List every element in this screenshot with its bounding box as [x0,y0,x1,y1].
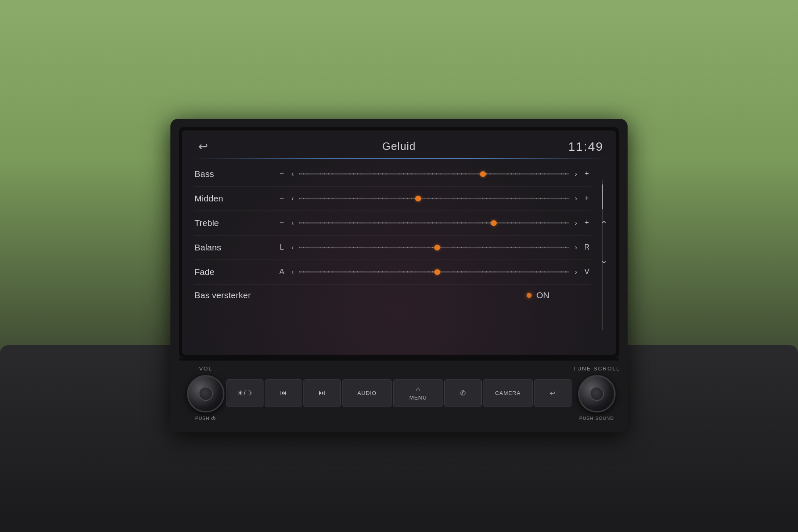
midden-chevron-right[interactable]: › [573,195,579,202]
fade-left-label: A [278,267,286,276]
fade-label: Fade [195,267,278,277]
blue-divider [190,158,608,159]
fade-row: Fade A ‹ › V [195,260,591,284]
treble-row: Treble − ‹ › + [195,211,591,235]
bas-versterker-row[interactable]: Bas versterker ON [195,284,591,306]
camera-label: CAMERA [495,390,521,396]
midden-row: Midden − ‹ › + [195,186,591,211]
bass-chevron-right[interactable]: › [573,170,579,178]
rewind-icon: ⏮ [280,389,287,397]
bass-chevron-left[interactable]: ‹ [289,170,296,178]
menu-label: MENU [409,395,427,401]
bas-versterker-dot [527,293,532,298]
screen-header: ↩ Geluid 11:49 [182,130,616,158]
bas-versterker-value: ON [537,290,550,300]
camera-button[interactable]: CAMERA [483,379,533,407]
fade-slider-container: A ‹ › V [278,266,591,278]
phone-icon: ✆ [460,389,466,397]
balans-left-label: L [278,243,286,252]
treble-thumb [491,220,497,226]
midden-label: Midden [195,194,278,203]
forward-button[interactable]: ⏭ [303,379,341,407]
treble-slider[interactable] [299,217,569,229]
midden-slider-container: − ‹ › + [278,192,591,205]
fade-chevron-left[interactable]: ‹ [289,268,296,276]
midden-slider[interactable] [299,192,569,205]
midden-track [299,198,569,199]
infotainment-unit: ↩ Geluid 11:49 ⌃ ⌄ Bass − [170,119,628,432]
phone-button[interactable]: ✆ [444,379,482,407]
balans-chevron-left[interactable]: ‹ [289,244,296,251]
audio-button[interactable]: AUDIO [342,379,392,407]
screen: ↩ Geluid 11:49 ⌃ ⌄ Bass − [182,130,616,355]
treble-chevron-left[interactable]: ‹ [289,219,296,227]
scroll-thumb [602,184,603,209]
fade-thumb [434,269,440,275]
balans-chevron-right[interactable]: › [573,244,579,251]
button-bar: ☀/☽ ⏮ ⏭ AUDIO ⌂ MENU ✆ CAMERA ↩ [226,379,571,407]
vol-knob-section: VOL PUSH ⏻ [187,365,224,421]
bass-slider-container: − ‹ › + [278,168,591,180]
treble-minus[interactable]: − [278,218,286,227]
back-hw-button[interactable]: ↩ [534,379,571,407]
treble-plus[interactable]: + [583,218,591,227]
forward-icon: ⏭ [319,389,326,397]
screen-title: Geluid [382,140,416,153]
rewind-button[interactable]: ⏮ [265,379,302,407]
treble-slider-container: − ‹ › + [278,217,591,229]
midden-minus[interactable]: − [278,194,286,203]
menu-button[interactable]: ⌂ MENU [393,379,443,407]
balans-row: Balans L ‹ › R [195,235,591,260]
vol-knob[interactable] [187,375,224,412]
home-icon: ⌂ [416,385,421,393]
bass-row: Bass − ‹ › + [195,162,591,186]
treble-track [299,222,569,223]
scroll-indicator [602,180,603,330]
balans-slider[interactable] [299,241,569,254]
settings-list: Bass − ‹ › + Midden [182,162,616,306]
bas-versterker-label: Bas versterker [195,290,278,300]
fade-slider[interactable] [299,266,569,278]
screen-bezel: ↩ Geluid 11:49 ⌃ ⌄ Bass − [179,127,619,358]
bass-label: Bass [195,169,278,179]
fade-chevron-right[interactable]: › [573,268,579,276]
brightness-icon: ☀/☽ [237,389,252,397]
vol-label: VOL [199,365,212,372]
back-button[interactable]: ↩ [195,140,211,153]
fade-right-label: V [583,267,591,276]
treble-label: Treble [195,218,278,228]
audio-label: AUDIO [357,390,377,396]
tune-knob-section: TUNE·SCROLL PUSH SOUND [573,365,620,421]
bass-track [299,173,569,174]
bass-plus[interactable]: + [583,169,591,178]
back-hw-icon: ↩ [550,389,556,397]
midden-plus[interactable]: + [583,194,591,203]
treble-chevron-right[interactable]: › [573,219,579,227]
tune-push-label: PUSH SOUND [579,416,614,421]
vol-push-label: PUSH ⏻ [195,416,217,421]
fade-track [299,271,569,272]
balans-slider-container: L ‹ › R [278,241,591,254]
balans-right-label: R [583,243,591,252]
balans-label: Balans [195,243,278,253]
tune-label: TUNE·SCROLL [573,365,620,372]
screen-time: 11:49 [568,140,603,154]
bas-versterker-status: ON [527,290,550,300]
bass-thumb [480,171,486,177]
balans-track [299,247,569,248]
scroll-arrows: ⌃ ⌄ [600,219,608,266]
bass-minus[interactable]: − [278,169,286,178]
balans-thumb [434,245,440,250]
scroll-down-button[interactable]: ⌄ [600,255,608,266]
bass-slider[interactable] [299,168,569,180]
scroll-up-button[interactable]: ⌃ [600,219,608,230]
midden-thumb [415,196,421,201]
tune-knob[interactable] [578,375,616,412]
midden-chevron-left[interactable]: ‹ [289,195,296,202]
brightness-button[interactable]: ☀/☽ [226,379,264,407]
bottom-controls: VOL PUSH ⏻ ☀/☽ ⏮ ⏭ AUDIO ⌂ MENU [179,360,619,424]
